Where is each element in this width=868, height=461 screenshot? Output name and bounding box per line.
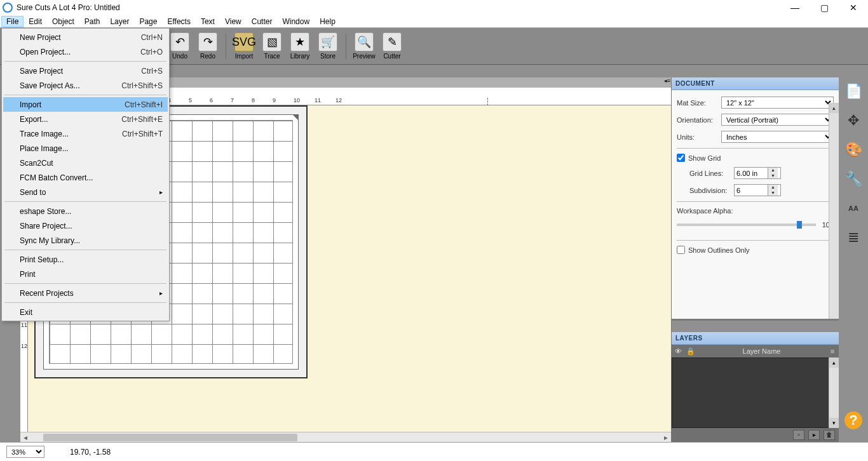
delete-layer-button[interactable]: 🗑	[824, 430, 835, 440]
menu-item-eshape-store[interactable]: eshape Store...	[3, 204, 168, 218]
layers-icon[interactable]: ≣	[842, 226, 865, 249]
show-grid-label: Show Grid	[688, 154, 721, 162]
visibility-column-icon[interactable]: 👁	[672, 347, 684, 355]
layers-menu-icon[interactable]: ≡	[826, 347, 839, 355]
fill-stroke-icon[interactable]: 🎨	[842, 138, 865, 161]
menu-item-recent-projects[interactable]: Recent Projects▸	[3, 286, 168, 300]
minimize-button[interactable]: —	[780, 0, 810, 15]
scroll-down-icon[interactable]: ▾	[829, 418, 839, 428]
submenu-arrow-icon: ▸	[159, 290, 163, 297]
zoom-select[interactable]: 33%	[6, 446, 44, 458]
menu-item-export[interactable]: Export...Ctrl+Shift+E	[3, 112, 168, 126]
grid-lines-spinner[interactable]: ▲▼	[734, 167, 781, 179]
new-folder-button[interactable]: ▸	[808, 430, 820, 440]
show-grid-checkbox[interactable]	[677, 154, 685, 162]
cutter-button[interactable]: ✎Cutter	[380, 32, 404, 60]
menu-view[interactable]: View	[220, 16, 247, 27]
close-button[interactable]: ✕	[839, 0, 868, 15]
menu-effects[interactable]: Effects	[162, 16, 195, 27]
units-select[interactable]: Inches	[721, 131, 834, 143]
scroll-left-icon[interactable]: ◂	[20, 433, 31, 442]
lock-column-icon[interactable]: 🔒	[684, 347, 697, 356]
ruler-tick: 11	[315, 97, 321, 104]
menu-path[interactable]: Path	[79, 16, 105, 27]
layers-panel: 👁 🔒 Layer Name ≡ ▫ ▸ 🗑 ▴ ▾	[672, 345, 839, 442]
menu-item-share-project[interactable]: Share Project...	[3, 218, 168, 233]
position-properties-icon[interactable]: ✥	[842, 109, 865, 132]
menu-item-scan2cut[interactable]: Scan2Cut	[3, 156, 168, 170]
style-properties-icon[interactable]: 🔧	[842, 168, 865, 190]
menu-item-import[interactable]: ImportCtrl+Shift+I	[3, 97, 168, 112]
library-button[interactable]: ★Library	[288, 32, 312, 60]
menu-separator	[4, 201, 166, 202]
layers-list[interactable]	[672, 357, 839, 428]
menu-item-open-project[interactable]: Open Project...Ctrl+O	[3, 44, 168, 59]
layers-footer: ▫ ▸ 🗑	[672, 428, 839, 442]
menu-file[interactable]: File	[1, 16, 24, 27]
grid-lines-input[interactable]	[735, 168, 768, 178]
grid-lines-label: Grid Lines:	[689, 170, 734, 177]
menu-separator	[4, 61, 166, 62]
document-panel-header[interactable]: DOCUMENT	[672, 77, 839, 90]
panel-scrollbar[interactable]: ▴	[829, 103, 839, 319]
layers-panel-header[interactable]: LAYERS	[672, 332, 839, 345]
spin-down-icon[interactable]: ▼	[768, 190, 778, 196]
orientation-select[interactable]: Vertical (Portrait)	[721, 114, 834, 126]
scroll-thumb[interactable]	[43, 434, 297, 441]
panel-collapse-icon[interactable]: ◂≡	[663, 77, 671, 88]
menu-layer[interactable]: Layer	[105, 16, 134, 27]
redo-button[interactable]: ↷Redo	[196, 32, 220, 60]
show-outlines-checkbox[interactable]	[677, 246, 685, 254]
file-menu-dropdown: New ProjectCtrl+NOpen Project...Ctrl+OSa…	[1, 28, 170, 321]
menu-window[interactable]: Window	[277, 16, 315, 27]
spin-down-icon[interactable]: ▼	[768, 173, 778, 179]
store-icon: 🛒	[318, 32, 337, 51]
menu-item-save-project-as[interactable]: Save Project As...Ctrl+Shift+S	[3, 78, 168, 93]
add-layer-button[interactable]: ▫	[793, 430, 804, 440]
mat-size-select[interactable]: 12" x 12"	[721, 97, 834, 109]
window-title: Sure Cuts A Lot 4 Pro: Untitled	[17, 3, 120, 12]
menu-item-save-project[interactable]: Save ProjectCtrl+S	[3, 63, 168, 78]
help-icon[interactable]: ?	[844, 411, 862, 429]
preview-button[interactable]: 🔍Preview	[352, 32, 376, 60]
trace-icon: ▧	[262, 32, 281, 51]
menu-item-send-to[interactable]: Send to▸	[3, 185, 168, 199]
menu-item-exit[interactable]: Exit	[3, 305, 168, 319]
menu-edit[interactable]: Edit	[24, 16, 47, 27]
maximize-button[interactable]: ▢	[810, 0, 839, 15]
import-button[interactable]: SVGImport	[232, 32, 256, 60]
menu-item-sync-my-library[interactable]: Sync My Library...	[3, 233, 168, 248]
menu-separator	[4, 95, 166, 95]
menu-item-print[interactable]: Print	[3, 267, 168, 281]
spin-up-icon[interactable]: ▲	[768, 185, 778, 190]
subdivision-input[interactable]	[735, 185, 768, 196]
store-button[interactable]: 🛒Store	[316, 32, 340, 60]
scroll-up-icon[interactable]: ▴	[829, 103, 839, 113]
menu-item-fcm-batch-convert[interactable]: FCM Batch Convert...	[3, 170, 168, 185]
trace-button[interactable]: ▧Trace	[260, 32, 284, 60]
horizontal-scrollbar[interactable]: ◂ ▸	[20, 432, 671, 442]
menu-help[interactable]: Help	[315, 16, 341, 27]
scroll-up-icon[interactable]: ▴	[829, 357, 839, 368]
ruler-tick: 11	[21, 322, 27, 328]
library-icon: ★	[290, 32, 309, 51]
menu-cutter[interactable]: Cutter	[247, 16, 278, 27]
subdivision-label: Subdivision:	[689, 187, 734, 194]
menu-text[interactable]: Text	[196, 16, 220, 27]
menu-item-new-project[interactable]: New ProjectCtrl+N	[3, 30, 168, 44]
menu-page[interactable]: Page	[134, 16, 162, 27]
menu-item-place-image[interactable]: Place Image...	[3, 141, 168, 156]
undo-button[interactable]: ↶Undo	[168, 32, 192, 60]
layers-scrollbar[interactable]: ▴ ▾	[829, 357, 839, 428]
spin-up-icon[interactable]: ▲	[768, 168, 778, 173]
menu-item-print-setup[interactable]: Print Setup...	[3, 252, 168, 267]
workspace-alpha-slider[interactable]	[677, 224, 816, 226]
ruler-tick: 5	[189, 97, 192, 104]
subdivision-spinner[interactable]: ▲▼	[734, 184, 781, 196]
menu-object[interactable]: Object	[47, 16, 79, 27]
scroll-right-icon[interactable]: ▸	[661, 433, 671, 442]
document-properties-icon[interactable]: 📄	[842, 80, 865, 103]
cutter-icon: ✎	[383, 32, 402, 51]
menu-item-trace-image[interactable]: Trace Image...Ctrl+Shift+T	[3, 126, 168, 141]
text-properties-icon[interactable]: AA	[842, 197, 865, 220]
